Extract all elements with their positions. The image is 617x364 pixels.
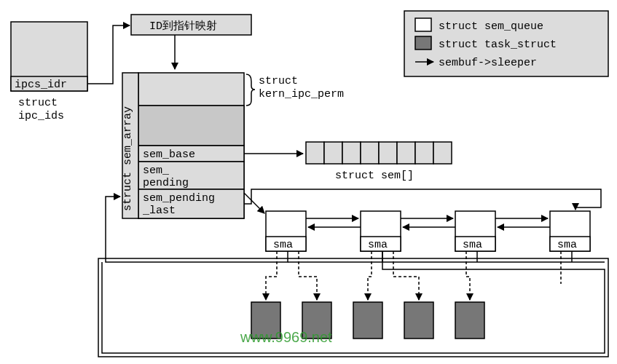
svg-rect-43 — [455, 302, 484, 339]
svg-rect-2 — [415, 36, 431, 50]
watermark-text: www.9969.net — [240, 329, 332, 345]
svg-text:sma: sma — [557, 239, 577, 251]
svg-rect-19 — [379, 142, 397, 164]
sem-pending-l2: pending — [143, 177, 189, 189]
sem-array-label: struct sem[] — [335, 170, 414, 182]
sem-pending-l1: sem_ — [143, 165, 170, 177]
sem-queue-4: sma — [550, 211, 590, 251]
kern-ipc-l2: kern_ipc_perm — [259, 88, 344, 100]
sem-array-box: sem_base sem_ pending sem_pending _last … — [122, 73, 244, 218]
id-mapping-label: ID到指针映射 — [149, 20, 217, 33]
svg-rect-21 — [415, 142, 433, 164]
kern-ipc-l1: struct — [259, 75, 298, 87]
legend-box: struct sem_queue struct task_struct semb… — [404, 11, 608, 76]
legend-sleeper: sembuf->sleeper — [439, 57, 537, 69]
svg-rect-20 — [397, 142, 415, 164]
id-mapping-box: ID到指针映射 — [131, 15, 251, 35]
sem-queue-2: sma — [361, 211, 401, 251]
arrow-pending-to-q1 — [244, 193, 264, 213]
svg-rect-22 — [433, 142, 452, 164]
svg-rect-9 — [138, 106, 244, 146]
svg-rect-17 — [342, 142, 361, 164]
svg-text:sma: sma — [368, 239, 388, 251]
ipc-ids-l1: struct — [18, 97, 58, 109]
svg-rect-16 — [324, 142, 342, 164]
brace-icon — [246, 74, 255, 106]
ipcs-idr-label: ipcs_idr — [15, 79, 67, 91]
legend-sem-queue: struct sem_queue — [439, 20, 543, 33]
svg-text:sma: sma — [273, 239, 293, 251]
svg-rect-42 — [404, 302, 433, 339]
diagram: struct sem_queue struct task_struct semb… — [0, 0, 617, 364]
sem-base-label: sem_base — [143, 149, 195, 161]
sem-queue-1: sma — [266, 211, 306, 251]
sem-queue-3: sma — [455, 211, 495, 251]
legend-task-struct: struct task_struct — [439, 39, 557, 51]
ipc-ids-box: ipcs_idr struct ipc_ids — [11, 22, 87, 122]
svg-rect-41 — [353, 302, 382, 339]
svg-text:sma: sma — [463, 239, 482, 251]
ipc-ids-l2: ipc_ids — [18, 110, 64, 122]
svg-rect-15 — [306, 142, 324, 164]
sem-pending-last-l1: sem_pending — [143, 192, 215, 205]
sem-array-cells: struct sem[] — [306, 142, 452, 182]
sem-pending-last-l2: _last — [142, 205, 176, 217]
arrow-pendinglast-to-q4 — [244, 189, 601, 210]
sem-array-vlabel: struct sem_array — [122, 106, 134, 211]
svg-rect-1 — [415, 18, 431, 31]
svg-rect-18 — [361, 142, 379, 164]
